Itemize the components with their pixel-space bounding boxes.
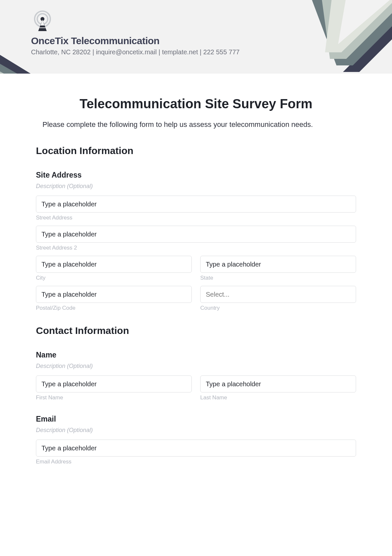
form-body: Telecommunication Site Survey Form Pleas… [0, 74, 392, 492]
email-label: Email [36, 415, 356, 424]
country-sublabel: Country [200, 305, 356, 311]
postal-sublabel: Postal/Zip Code [36, 305, 192, 311]
first-name-sublabel: First Name [36, 394, 192, 401]
city-input[interactable] [36, 256, 192, 273]
site-address-label: Site Address [36, 171, 356, 180]
name-desc: Description (Optional) [36, 363, 356, 370]
email-input[interactable] [36, 440, 356, 457]
state-input[interactable] [200, 256, 356, 273]
company-logo-icon [31, 10, 54, 33]
name-label: Name [36, 351, 356, 359]
form-title: Telecommunication Site Survey Form [36, 96, 356, 111]
state-sublabel: State [200, 275, 356, 281]
postal-input[interactable] [36, 286, 192, 303]
first-name-input[interactable] [36, 375, 192, 392]
contact-heading: Contact Information [36, 325, 356, 336]
email-group: Email Description (Optional) Email Addre… [36, 415, 356, 465]
city-sublabel: City [36, 275, 192, 281]
name-group: Name Description (Optional) First Name L… [36, 351, 356, 401]
street-address-2-sublabel: Street Address 2 [36, 245, 356, 251]
form-intro: Please complete the following form to he… [36, 120, 356, 129]
street-address-input[interactable] [36, 196, 356, 213]
site-address-desc: Description (Optional) [36, 183, 356, 190]
company-name: OnceTix Telecommunication [31, 35, 392, 46]
country-select[interactable] [200, 286, 356, 303]
site-address-group: Site Address Description (Optional) Stre… [36, 171, 356, 311]
last-name-sublabel: Last Name [200, 394, 356, 401]
email-desc: Description (Optional) [36, 427, 356, 434]
street-address-2-input[interactable] [36, 226, 356, 243]
last-name-input[interactable] [200, 375, 356, 392]
email-sublabel: Email Address [36, 459, 356, 465]
street-address-sublabel: Street Address [36, 215, 356, 221]
header: OnceTix Telecommunication Charlotte, NC … [0, 0, 392, 74]
location-heading: Location Information [36, 145, 356, 156]
company-info: Charlotte, NC 28202 | inquire@oncetix.ma… [31, 48, 392, 56]
